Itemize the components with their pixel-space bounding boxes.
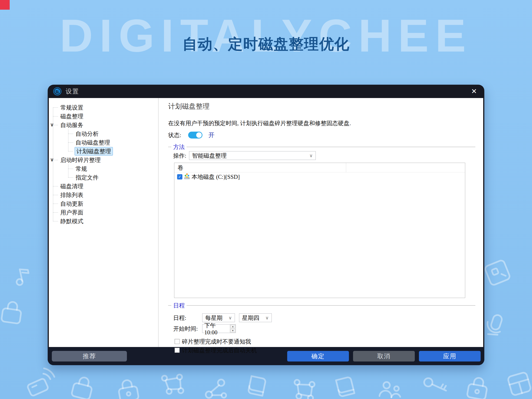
sidebar-item-specified-files[interactable]: 指定文件 xyxy=(49,173,158,182)
sidebar-item-disk-defrag[interactable]: 磁盘整理 xyxy=(49,112,158,121)
volume-label: 本地磁盘 (C:)[SSD] xyxy=(192,173,240,181)
chevron-down-icon: ∨ xyxy=(309,153,313,158)
chevron-down-icon: ∨ xyxy=(265,315,269,321)
start-time-label: 开始时间: xyxy=(173,325,202,332)
tree-stub xyxy=(53,212,58,213)
sidebar-item-user-interface[interactable]: 用户界面 xyxy=(49,208,158,217)
sidebar-item-label-selected: 计划磁盘整理 xyxy=(75,147,113,156)
decor-box-icon xyxy=(507,372,531,396)
corner-red-badge xyxy=(0,0,10,10)
tree-stub xyxy=(53,186,58,186)
sidebar-item-boot-general[interactable]: 常规 xyxy=(49,164,158,173)
decor-key-icon xyxy=(423,374,447,396)
spinner-buttons: ▲ ▼ xyxy=(230,324,236,333)
sidebar-item-label: 自动磁盘整理 xyxy=(75,138,111,147)
sidebar-item-silent-mode[interactable]: 静默模式 xyxy=(49,217,158,225)
weekday-selected-value: 星期四 xyxy=(242,314,263,322)
status-label: 状态: xyxy=(168,131,181,139)
sidebar-item-exclude-list[interactable]: 排除列表 xyxy=(49,191,158,199)
sidebar-item-label: 磁盘清理 xyxy=(59,182,84,191)
tree-stub xyxy=(53,221,58,221)
decor-mic-icon xyxy=(484,313,505,337)
status-row: 状态: 开 xyxy=(168,131,475,139)
spinner-up-icon[interactable]: ▲ xyxy=(230,325,235,328)
decor-people-icon xyxy=(380,381,402,398)
chevron-down-icon[interactable]: ∨ xyxy=(50,157,54,162)
page-title: 计划磁盘整理 xyxy=(168,102,475,111)
method-group: 方法 操作: 智能磁盘整理 ∨ 卷 ✓ xyxy=(168,147,475,298)
sidebar-item-label: 启动时碎片整理 xyxy=(59,156,101,164)
decor-note-icon xyxy=(14,268,31,286)
decor-molecule-icon xyxy=(204,379,226,399)
schedule-row: 日程: 每星期 ∨ 星期四 ∨ xyxy=(173,313,475,322)
decor-lock-icon xyxy=(71,375,94,399)
volume-row[interactable]: ✓ xyxy=(174,172,465,181)
no-notify-label: 碎片整理完成时不要通知我 xyxy=(182,338,251,345)
decor-book-icon xyxy=(248,376,266,396)
auto-shutdown-checkbox[interactable] xyxy=(175,348,180,353)
tree-stub xyxy=(53,125,58,125)
sidebar-item-label: 常规 xyxy=(75,164,88,173)
sidebar-item-general-settings[interactable]: 常规设置 xyxy=(49,103,158,112)
status-value: 开 xyxy=(209,131,215,139)
sidebar-item-label: 自动分析 xyxy=(75,130,100,138)
tree-stub xyxy=(53,116,58,116)
decor-lock-icon xyxy=(467,376,488,399)
column-divider xyxy=(346,163,346,172)
weekday-select[interactable]: 星期四 ∨ xyxy=(239,313,272,322)
tree-stub xyxy=(68,151,73,151)
sidebar-item-label: 自动更新 xyxy=(59,200,84,208)
window-title: 设置 xyxy=(66,87,79,95)
start-time-row: 开始时间: 下午 10:00 ▲ ▼ xyxy=(173,324,475,333)
sidebar-item-label: 常规设置 xyxy=(59,103,84,112)
auto-shutdown-option[interactable]: 计划磁盘整理完成后自动关机 xyxy=(175,347,475,354)
status-toggle[interactable] xyxy=(188,132,203,138)
sidebar-item-disk-cleanup[interactable]: 磁盘清理 xyxy=(49,182,158,191)
chevron-down-icon[interactable]: ∨ xyxy=(50,122,54,127)
decor-book-icon xyxy=(336,377,355,397)
sidebar-item-scheduled-defrag[interactable]: 计划磁盘整理 xyxy=(49,147,158,156)
recommend-button[interactable]: 推荐 xyxy=(52,351,127,362)
sidebar-item-auto-analyze[interactable]: 自动分析 xyxy=(49,129,158,138)
sidebar-item-boot-time-defrag[interactable]: ∨启动时碎片整理 xyxy=(49,156,158,164)
disk-drive-icon xyxy=(184,173,190,181)
frequency-select[interactable]: 每星期 ∨ xyxy=(202,313,235,322)
sidebar-item-label: 自动服务 xyxy=(59,121,84,129)
panel-description: 在没有用户干预的预定时间, 计划执行磁盘碎片整理硬盘和修整固态硬盘. xyxy=(168,119,475,127)
operation-label: 操作: xyxy=(173,152,186,159)
method-group-legend: 方法 xyxy=(171,143,187,151)
start-time-spinner[interactable]: 下午 10:00 ▲ ▼ xyxy=(202,324,236,333)
schedule-group-legend: 日程 xyxy=(171,302,187,309)
sidebar-item-label: 排除列表 xyxy=(59,191,84,199)
volume-checkbox-checked[interactable]: ✓ xyxy=(177,174,182,180)
sidebar-item-auto-service[interactable]: ∨自动服务 xyxy=(49,121,158,129)
tree-stub xyxy=(68,169,73,169)
no-notify-option[interactable]: 碎片整理完成时不要通知我 xyxy=(175,338,475,345)
tree-stub xyxy=(68,143,73,143)
start-time-value[interactable]: 下午 10:00 xyxy=(203,324,230,333)
schedule-group: 日程 日程: 每星期 ∨ 星期四 ∨ 开始时间: 下午 10:00 xyxy=(168,305,475,354)
decor-lock-icon xyxy=(1,301,22,324)
settings-nav-tree: 常规设置 磁盘整理 ∨自动服务 自动分析 自动磁盘整理 计划磁盘整理 ∨启动时碎… xyxy=(49,98,158,347)
frequency-selected-value: 每星期 xyxy=(205,314,227,322)
page-heading: 自动、定时磁盘整理优化 xyxy=(0,34,532,54)
decor-box-icon xyxy=(484,260,511,286)
tree-stub xyxy=(53,204,58,204)
operation-row: 操作: 智能磁盘整理 ∨ xyxy=(173,151,475,160)
tree-stub xyxy=(53,160,58,160)
volume-table-header[interactable]: 卷 xyxy=(174,163,465,172)
schedule-label: 日程: xyxy=(173,314,202,322)
sidebar-item-auto-update[interactable]: 自动更新 xyxy=(49,199,158,208)
spinner-down-icon[interactable]: ▼ xyxy=(230,329,235,332)
sidebar-item-label: 用户界面 xyxy=(59,208,84,217)
decor-lock-icon xyxy=(117,379,139,399)
app-logo-icon xyxy=(53,87,62,95)
window-body: 常规设置 磁盘整理 ∨自动服务 自动分析 自动磁盘整理 计划磁盘整理 ∨启动时碎… xyxy=(49,98,483,347)
titlebar[interactable]: 设置 ✕ xyxy=(48,85,484,98)
close-icon[interactable]: ✕ xyxy=(469,87,479,96)
operation-select[interactable]: 智能磁盘整理 ∨ xyxy=(189,151,316,160)
column-header-volume: 卷 xyxy=(177,164,183,171)
sidebar-item-auto-defrag[interactable]: 自动磁盘整理 xyxy=(49,138,158,147)
tree-stub xyxy=(68,177,73,178)
no-notify-checkbox[interactable] xyxy=(175,339,180,344)
